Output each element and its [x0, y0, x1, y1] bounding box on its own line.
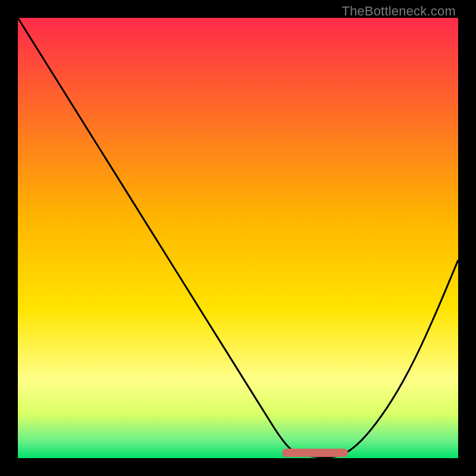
plot-area — [18, 18, 458, 458]
curve-layer — [18, 18, 458, 458]
optimal-range-marker — [282, 449, 348, 457]
chart-frame: TheBottleneck.com — [0, 0, 476, 476]
bottleneck-curve — [18, 18, 458, 458]
watermark-text: TheBottleneck.com — [342, 4, 456, 19]
